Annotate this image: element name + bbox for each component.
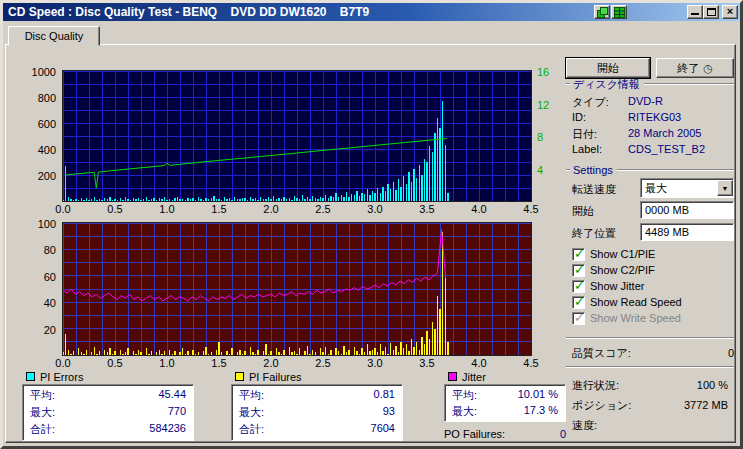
pi-errors-swatch (26, 372, 35, 381)
exit-button-label: 終了 (677, 61, 699, 76)
checkbox-box: ✓ (572, 264, 585, 277)
jitter-swatch (448, 372, 457, 381)
pi-failures-total-row: 合計:7604 (239, 422, 395, 437)
pi-failures-swatch (235, 372, 244, 381)
start-mb-label: 開始 (572, 204, 594, 219)
pi-errors-max-row: 最大:770 (30, 405, 186, 420)
pi-failures-average-row: 平均:0.81 (239, 388, 395, 403)
quality-score-value: 0 (728, 347, 734, 359)
settings-title: Settings (573, 164, 613, 176)
disc-date-row: 日付:28 March 2005 (572, 127, 734, 140)
checkbox-box: ✓ (572, 312, 585, 325)
progress-value: 100 % (697, 379, 728, 391)
checkbox-box: ✓ (572, 248, 585, 261)
jitter-label: Jitter (462, 371, 486, 383)
checkbox-show-jitter[interactable]: ✓ Show Jitter (572, 279, 644, 293)
checkbox-show-c1-pie[interactable]: ✓ Show C1/PIE (572, 247, 655, 261)
disc-info-header-dash (566, 83, 570, 85)
bottom-chart-y-axis-left: 10080604020 (19, 223, 59, 355)
pi-errors-legend: PI Errors (26, 371, 83, 382)
settings-header: Settings (566, 164, 734, 176)
position-value: 3772 MB (684, 399, 728, 411)
close-icon: × (727, 6, 733, 17)
disc-id-row: ID:RITEKG03 (572, 111, 734, 124)
disc-info-header-line (644, 83, 734, 85)
checkbox-box: ✓ (572, 280, 585, 293)
tab-disc-quality[interactable]: Disc Quality (8, 26, 100, 46)
position-row: ポジション: 3772 MB (572, 398, 728, 412)
main-panel: 1000800600400200 161284 0.00.51.01.52.02… (5, 44, 736, 443)
end-position-field[interactable]: 4489 MB (640, 223, 734, 241)
quality-separator-top (566, 337, 734, 339)
app-window: CD Speed : Disc Quality Test - BENQ DVD … (0, 0, 743, 449)
tab-label: Disc Quality (25, 30, 84, 42)
minimize-button[interactable] (687, 5, 703, 19)
transfer-speed-value: 最大 (641, 181, 717, 196)
pi-errors-read-speed-chart (63, 71, 531, 201)
pi-failures-legend: PI Failures (235, 371, 302, 382)
pi-failures-jitter-chart (63, 223, 531, 355)
exit-button[interactable]: 終了 ◷ (656, 58, 734, 78)
pi-failures-stats-box: 平均:0.81 最大:93 合計:7604 (231, 384, 403, 441)
jitter-max-row: 最大:17.3 % (452, 404, 558, 419)
checkbox-show-c2-pif[interactable]: ✓ Show C2/PIF (572, 263, 655, 277)
settings-header-dash (566, 169, 570, 171)
grid-icon (614, 7, 625, 18)
close-button[interactable]: × (722, 5, 738, 19)
start-mb-field[interactable]: 0000 MB (640, 201, 734, 219)
pi-errors-average-row: 平均:45.44 (30, 388, 186, 403)
quality-score-row: 品質スコア: 0 (572, 346, 734, 360)
maximize-button[interactable] (703, 5, 719, 19)
pi-failures-label: PI Failures (249, 371, 302, 383)
checkbox-box: ✓ (572, 296, 585, 309)
po-failures-row: PO Failures: 0 (444, 428, 566, 440)
jitter-legend: Jitter (448, 371, 486, 382)
pi-errors-label: PI Errors (40, 371, 83, 383)
disc-info-header: ディスク情報 (566, 78, 734, 90)
top-chart-x-axis: 0.00.51.01.52.02.53.03.54.04.5 (63, 203, 531, 215)
chevron-down-icon[interactable]: ▼ (717, 180, 733, 196)
settings-header-line (617, 169, 734, 171)
titlebar-copy-disc-icon[interactable] (594, 5, 610, 19)
po-failures-value: 0 (560, 428, 566, 440)
start-button[interactable]: 開始 (566, 58, 650, 78)
top-chart-y-axis-right: 161284 (535, 71, 561, 201)
exit-clock-icon: ◷ (703, 62, 713, 75)
pi-failures-max-row: 最大:93 (239, 405, 395, 420)
minimize-icon (691, 13, 699, 15)
pi-errors-stats-box: 平均:45.44 最大:770 合計:584236 (22, 384, 194, 441)
transfer-speed-select[interactable]: 最大 ▼ (640, 178, 734, 198)
speed-label: 速度: (572, 418, 597, 433)
top-chart-y-axis-left: 1000800600400200 (19, 71, 59, 201)
start-button-label: 開始 (597, 61, 619, 76)
titlebar-grid-icon[interactable] (611, 5, 627, 19)
quality-separator-bottom (566, 366, 734, 368)
jitter-average-row: 平均:10.01 % (452, 388, 558, 403)
progress-row: 進行状況: 100 % (572, 378, 728, 392)
jitter-stats-box: 平均:10.01 % 最大:17.3 % (444, 384, 566, 422)
disc-type-row: タイプ:DVD-R (572, 95, 734, 108)
disc-info-title: ディスク情報 (573, 77, 640, 92)
maximize-icon (707, 8, 716, 16)
window-title: CD Speed : Disc Quality Test - BENQ DVD … (3, 5, 369, 19)
bottom-chart-x-axis: 0.00.51.01.52.02.53.03.54.04.5 (63, 357, 531, 369)
speed-row: 速度: (572, 418, 728, 432)
pi-errors-total-row: 合計:584236 (30, 422, 186, 437)
copy-disc-icon (597, 7, 608, 18)
progress-label: 進行状況: (572, 378, 619, 393)
checkbox-show-write-speed: ✓ Show Write Speed (572, 311, 681, 325)
titlebar[interactable]: CD Speed : Disc Quality Test - BENQ DVD … (3, 3, 740, 21)
transfer-speed-label: 転送速度 (572, 182, 616, 197)
quality-score-label: 品質スコア: (572, 346, 631, 361)
position-label: ポジション: (572, 398, 631, 413)
po-failures-label: PO Failures: (444, 428, 505, 440)
end-position-label: 終了位置 (572, 226, 616, 241)
checkbox-show-read-speed[interactable]: ✓ Show Read Speed (572, 295, 682, 309)
disc-label-row: Label:CDS_TEST_B2 (572, 143, 734, 156)
